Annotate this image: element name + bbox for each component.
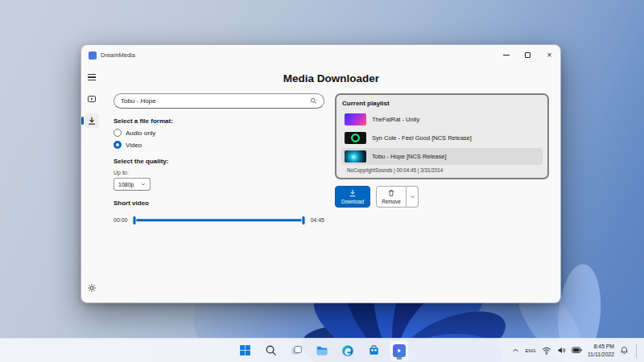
radio-audio-only[interactable]: Audio only (114, 129, 324, 137)
clock-date: 11/11/2022 (588, 351, 614, 358)
taskbar: ENG 8:45 PM (0, 338, 644, 362)
taskbar-search-button[interactable] (261, 340, 280, 361)
quality-section-label: Select the quality: (114, 158, 324, 165)
hamburger-icon (88, 74, 96, 80)
playlist-item-title: Tobu - Hope [NCS Release] (372, 153, 447, 160)
trash-icon (387, 189, 395, 197)
store-button[interactable] (364, 340, 383, 361)
hamburger-menu-button[interactable] (85, 70, 99, 84)
slider-track[interactable] (134, 219, 304, 222)
download-button[interactable]: Download (335, 186, 370, 208)
start-button[interactable] (235, 340, 254, 361)
range-start-thumb[interactable] (132, 216, 136, 225)
edge-button[interactable] (338, 340, 357, 361)
video-thumbnail (345, 150, 366, 162)
clock-time: 8:45 PM (588, 343, 614, 350)
volume-icon (557, 346, 566, 355)
sidebar (81, 65, 102, 302)
edge-icon (341, 344, 354, 357)
store-icon (368, 344, 380, 356)
gear-icon (87, 283, 97, 293)
minimize-icon (503, 55, 510, 56)
search-icon (265, 344, 277, 356)
window-controls: × (495, 45, 560, 65)
desktop: DreamMedia × (0, 0, 644, 362)
video-thumbnail (345, 113, 366, 125)
app-window: DreamMedia × (80, 44, 561, 303)
titlebar[interactable]: DreamMedia × (81, 45, 560, 65)
dreammedia-app-icon (393, 344, 406, 357)
radio-video[interactable]: Video (114, 141, 324, 149)
radio-video-label: Video (126, 142, 142, 149)
wifi-button[interactable] (542, 347, 551, 355)
radio-unselected-icon (114, 129, 122, 137)
battery-button[interactable] (572, 347, 582, 354)
sidebar-item-downloader[interactable] (85, 113, 99, 128)
playlist-item-title: Syn Cole - Feel Good [NCS Release] (372, 134, 472, 142)
chevron-up-icon (512, 347, 519, 354)
video-thumbnail (345, 132, 366, 144)
download-icon (349, 189, 357, 197)
trim-range-slider[interactable] (133, 215, 306, 225)
sidebar-item-media[interactable] (85, 92, 99, 106)
show-desktop-button[interactable] (636, 343, 639, 358)
playlist-header: Current playlist (342, 100, 543, 107)
trim-range-row: 00:00 04:45 (114, 215, 324, 225)
remove-options-button[interactable] (407, 186, 419, 208)
bell-icon (620, 346, 629, 355)
download-nav-icon (87, 116, 97, 125)
playlist-item[interactable]: Syn Cole - Feel Good [NCS Release] (341, 130, 543, 146)
tray-expand-button[interactable] (512, 347, 519, 354)
sidebar-item-settings[interactable] (85, 281, 99, 295)
close-icon: × (547, 51, 552, 60)
remove-button-label: Remove (382, 199, 400, 204)
range-start-value: 00:00 (114, 217, 128, 223)
range-end-value: 04:45 (310, 217, 324, 223)
app-icon (89, 51, 97, 60)
file-explorer-icon (316, 344, 328, 357)
taskbar-center (235, 339, 409, 362)
task-view-button[interactable] (287, 340, 306, 361)
search-icon[interactable] (310, 97, 317, 105)
maximize-button[interactable] (517, 45, 539, 65)
notification-bell-button[interactable] (620, 346, 629, 355)
playlist-column: Current playlist TheFatRat - Unity Syn C… (335, 93, 549, 208)
format-section-label: Select a file format: (114, 117, 324, 125)
battery-icon (572, 347, 582, 354)
playlist-item[interactable]: TheFatRat - Unity (341, 111, 543, 128)
maximize-icon (525, 52, 530, 58)
playlist-item-title: TheFatRat - Unity (372, 116, 419, 123)
taskbar-clock[interactable]: 8:45 PM 11/11/2022 (588, 343, 614, 357)
dreammedia-app-button[interactable] (390, 340, 409, 361)
chevron-down-icon (410, 194, 415, 200)
minimize-button[interactable] (495, 45, 517, 65)
media-url-input[interactable] (121, 97, 310, 105)
main-content: Media Downloader Select a file format: (102, 65, 560, 302)
remove-button[interactable]: Remove (376, 186, 407, 208)
short-video-label: Short video (114, 200, 324, 207)
radio-audio-label: Audio only (126, 130, 155, 137)
close-button[interactable]: × (539, 45, 560, 65)
wifi-icon (542, 347, 551, 355)
quality-dropdown[interactable]: 1080p (114, 178, 151, 191)
download-button-label: Download (341, 199, 364, 204)
system-tray: ENG 8:45 PM (512, 339, 639, 362)
chevron-down-icon (141, 182, 146, 187)
window-title: DreamMedia (101, 51, 135, 59)
volume-button[interactable] (557, 346, 566, 355)
quality-upto-label: Up to: (114, 170, 324, 175)
playlist-panel: Current playlist TheFatRat - Unity Syn C… (335, 93, 549, 179)
radio-selected-icon (114, 141, 122, 149)
playlist-item-selected[interactable]: Tobu - Hope [NCS Release] (341, 148, 543, 165)
file-explorer-button[interactable] (312, 340, 332, 361)
media-player-icon (87, 94, 97, 104)
search-box (114, 93, 324, 109)
video-details: NoCopyrightSounds | 00:04:45 | 3/31/2014 (347, 167, 543, 173)
download-form: Select a file format: Audio only Video S… (114, 93, 324, 225)
range-end-thumb[interactable] (302, 216, 306, 225)
action-buttons: Download Remove (335, 186, 549, 208)
task-view-icon (291, 344, 303, 356)
quality-value: 1080p (118, 182, 134, 187)
start-icon (239, 344, 251, 356)
language-indicator[interactable]: ENG (525, 348, 536, 353)
